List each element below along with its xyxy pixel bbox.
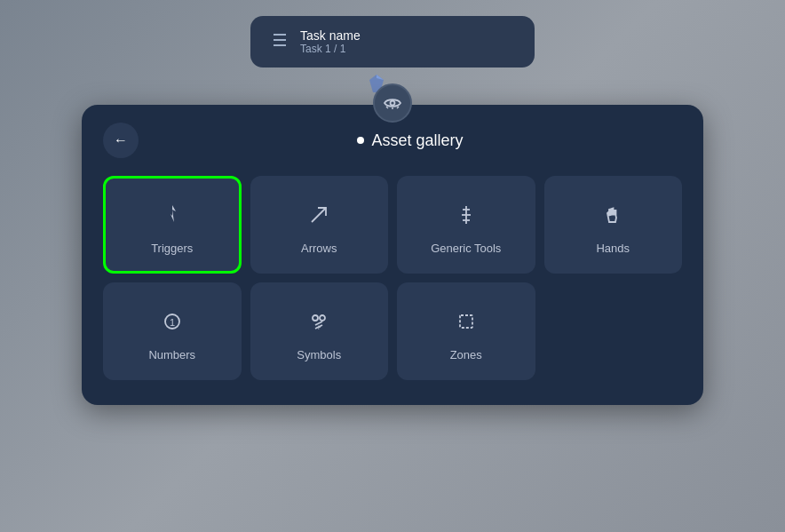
svg-point-19 <box>313 315 318 321</box>
asset-gallery-panel: ← Asset gallery Triggers <box>82 105 703 405</box>
gallery-item-arrows[interactable]: Arrows <box>250 176 389 274</box>
triggers-label: Triggers <box>151 242 193 255</box>
gallery-item-triggers[interactable]: Triggers <box>103 176 242 274</box>
gallery-grid-row2: 1 Numbers + Symbols <box>103 282 682 380</box>
gallery-item-generic-tools[interactable]: Generic Tools <box>397 176 535 274</box>
triggers-icon <box>160 202 185 231</box>
scene-container: Task name Task 1 / 1 ← Asset gall <box>0 0 785 532</box>
symbols-icon: + <box>306 309 331 337</box>
svg-line-9 <box>386 107 388 108</box>
svg-rect-24 <box>460 315 472 328</box>
gallery-title-area: Asset gallery <box>139 131 682 150</box>
svg-line-11 <box>397 107 399 108</box>
back-arrow-icon: ← <box>114 132 128 148</box>
task-bar-text: Task name Task 1 / 1 <box>300 28 361 55</box>
gallery-item-numbers[interactable]: 1 Numbers <box>103 282 242 380</box>
task-list-icon <box>268 32 288 52</box>
zones-icon <box>454 309 479 337</box>
svg-text:+: + <box>317 323 321 332</box>
task-name: Task name <box>300 28 361 43</box>
zones-label: Zones <box>450 348 482 361</box>
generic-tools-label: Generic Tools <box>431 242 501 255</box>
arrows-icon <box>306 202 331 231</box>
svg-line-12 <box>312 208 326 222</box>
task-progress: Task 1 / 1 <box>300 43 361 55</box>
gallery-item-zones[interactable]: Zones <box>397 282 535 380</box>
svg-text:1: 1 <box>170 317 175 328</box>
gallery-header: ← Asset gallery <box>103 123 682 158</box>
svg-point-8 <box>391 101 395 106</box>
numbers-label: Numbers <box>148 348 195 361</box>
task-bar: Task name Task 1 / 1 <box>250 16 535 67</box>
hands-icon <box>600 202 625 231</box>
hands-label: Hands <box>596 242 630 255</box>
generic-tools-icon <box>454 202 479 231</box>
arrows-label: Arrows <box>301 242 337 255</box>
gallery-grid-row1: Triggers Arrows <box>103 176 682 274</box>
numbers-icon: 1 <box>160 309 185 337</box>
back-button[interactable]: ← <box>103 123 139 158</box>
svg-point-20 <box>320 315 325 321</box>
gallery-item-hands[interactable]: Hands <box>544 176 683 274</box>
gallery-dot <box>357 137 364 144</box>
symbols-label: Symbols <box>297 348 341 361</box>
gallery-empty-slot <box>544 282 683 380</box>
gallery-title: Asset gallery <box>371 131 463 150</box>
gallery-item-symbols[interactable]: + Symbols <box>250 282 389 380</box>
vision-toggle-button[interactable] <box>373 83 412 123</box>
